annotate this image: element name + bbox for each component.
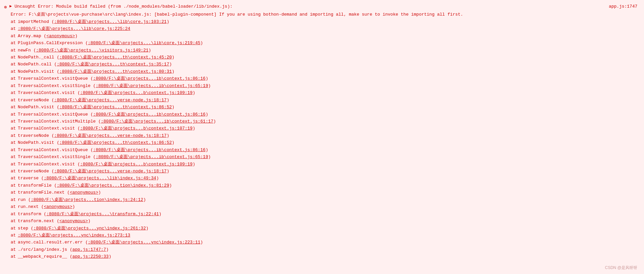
at-prefix: at (11, 47, 16, 54)
stack-suffix: ) (143, 196, 146, 203)
at-prefix: at (11, 175, 16, 182)
stack-link[interactable]: :8080/F:\桌面\projects...\visitors.js:149:… (36, 47, 148, 54)
stack-line-17: at NodePath.visit (:8080/F:\桌面\projects.… (4, 139, 640, 146)
stack-line-31: at async.call.result.err.err (:8080/F:\桌… (4, 239, 640, 246)
stack-link[interactable]: :8080/F:\桌面\projects...b\context.js:107:… (80, 125, 193, 132)
stack-link[interactable]: :8080/F:\桌面\projects...tion\index.js:24:… (31, 196, 143, 203)
stack-text: NodePath.visit ( (18, 68, 60, 75)
stack-link[interactable]: :8080/F:\桌面\projects...\transform.js:22:… (46, 211, 159, 218)
error-title-line: ⊗ ▶ Uncaught Error: Module build failed … (4, 3, 640, 11)
stack-text: TraversalContext.visitQueue ( (18, 146, 93, 153)
stack-line-22: at traverse (:8080/F:\桌面\projects...\lib… (4, 175, 640, 182)
stack-link[interactable]: :8080/F:\桌面\projects...ib\context.js:86:… (93, 75, 206, 82)
stack-suffix: ) (159, 211, 162, 218)
stack-link[interactable]: :8080/F:\桌面\projects...tion\index.js:81:… (57, 182, 169, 189)
triangle-icon: ▶ (9, 3, 12, 10)
at-prefix: at (11, 104, 16, 111)
at-prefix: at (11, 161, 16, 168)
stack-line-16: at traverseNode (:8080/F:\桌面\projects...… (4, 132, 640, 139)
stack-text: newFn ( (18, 47, 36, 54)
stack-line-7: at NodePath.visit (:8080/F:\桌面\projects.… (4, 68, 640, 75)
at-prefix: at (11, 118, 16, 125)
at-prefix: at (11, 40, 16, 46)
stack-text: transform.next ( (18, 218, 60, 225)
at-prefix: at (11, 196, 16, 203)
stack-link[interactable]: :8080/F:\桌面\projects...\lib\index.js:49:… (44, 175, 156, 182)
stack-text: importMethod ( (18, 18, 54, 25)
at-prefix: at (11, 132, 16, 139)
stack-text: NodePath.visit ( (18, 139, 60, 146)
stack-suffix: ) (75, 33, 78, 40)
stack-link[interactable]: :8080/F:\桌面\projects...ib\context.js:61:… (101, 118, 213, 125)
stack-link[interactable]: :8080/F:\桌面\projects...ib\context.js:65:… (96, 153, 208, 160)
stack-text: TraversalContext.visitQueue ( (18, 75, 93, 82)
watermark: CSDN @是风呀呀 (605, 265, 637, 271)
stack-suffix: ) (206, 75, 208, 82)
stack-link[interactable]: <anonymous> (70, 189, 98, 196)
at-prefix: at (11, 75, 16, 82)
stack-link[interactable]: :8080/F:\桌面\projects...ib\context.js:65:… (96, 82, 208, 89)
stack-link[interactable]: :8080/F:\桌面\projects...verse-node.js:18:… (54, 132, 167, 139)
stack-line-3: at PluginPass.CallExpression (:8080/F:\桌… (4, 40, 640, 46)
at-prefix: at (11, 33, 16, 40)
stack-text: transform ( (18, 211, 47, 218)
stack-line-15: at TraversalContext.visit (:8080/F:\桌面\p… (4, 125, 640, 132)
stack-link[interactable]: :8080/F:\桌面\projects...th\context.js:35:… (57, 61, 169, 68)
stack-link[interactable]: :8080/F:\桌面\projects...ync\index.js:261:… (33, 225, 146, 232)
stack-suffix: ) (213, 118, 216, 125)
stack-line-28: at transform.next (<anonymous>) (4, 218, 640, 225)
stack-link[interactable]: app.js:2250:33 (72, 253, 108, 260)
stack-suffix: ) (109, 253, 111, 260)
stack-link[interactable]: :8080/F:\桌面\projects...th\context.js:86:… (59, 104, 172, 111)
at-prefix: at (11, 68, 16, 75)
stack-link[interactable]: <anonymous> (44, 203, 73, 210)
stack-link[interactable]: :8080/F:\桌面\projects...ync\index.js:223:… (88, 239, 200, 246)
stack-link[interactable]: :8080/F:\桌面\projects...b\context.js:109:… (80, 89, 193, 96)
stack-text: NodePath.visit ( (18, 104, 60, 111)
stack-link[interactable]: <anonymous> (59, 218, 88, 225)
stack-suffix: ) (167, 168, 169, 175)
stack-line-0: at importMethod (:8080/F:\桌面\projects...… (4, 18, 640, 25)
stack-link[interactable]: :8080/F:\桌面\projects...verse-node.js:18:… (54, 97, 167, 104)
stack-suffix: ) (206, 146, 208, 153)
at-prefix: at (11, 246, 16, 253)
stack-suffix: ) (206, 111, 208, 118)
stack-suffix: ) (172, 68, 175, 75)
stack-text: TraversalContext.visitSingle ( (18, 153, 96, 160)
at-prefix: at (11, 153, 16, 160)
stack-link[interactable]: :8080/F:\桌面\projects...th\context.js:45:… (59, 54, 172, 61)
at-prefix: at (11, 139, 16, 146)
at-prefix: at (11, 54, 16, 61)
stack-line-27: at transform (:8080/F:\桌面\projects...\tr… (4, 211, 640, 218)
stack-line-4: at newFn (:8080/F:\桌面\projects...\visito… (4, 47, 640, 54)
stack-link[interactable]: :8080/F:\桌面\projects...verse-node.js:18:… (54, 168, 167, 175)
stack-text: TraversalContext.visit ( (18, 89, 80, 96)
stack-link[interactable]: :8080/F:\桌面\projects...b\context.js:109:… (80, 161, 193, 168)
stack-link[interactable]: :8080/F:\桌面\projects...\lib\core.js:219:… (88, 40, 200, 46)
at-prefix: at (11, 211, 16, 218)
stack-link[interactable]: app.js:1747:7 (72, 246, 106, 253)
at-prefix: at (11, 232, 16, 239)
stack-text: TraversalContext.visitSingle ( (18, 82, 96, 89)
stack-trace: at importMethod (:8080/F:\桌面\projects...… (4, 18, 640, 260)
stack-line-30: at :8080/F:\桌面\projects...ync\index.js:2… (4, 232, 640, 239)
stack-line-32: at ./src/lang/index.js (app.js:1747:7) (4, 246, 640, 253)
stack-text: step ( (18, 225, 34, 232)
stack-line-5: at NodePath._call (:8080/F:\桌面\projects.… (4, 54, 640, 61)
stack-text: traverseNode ( (18, 97, 54, 104)
stack-link[interactable]: :8080/F:\桌面\projects...th\context.js:86:… (59, 139, 172, 146)
stack-link[interactable]: :8080/F:\桌面\projects...\lib\core.js:103:… (54, 18, 167, 25)
stack-link[interactable]: :8080/F:\桌面\projects...\lib\core.js:225:… (18, 25, 130, 32)
stack-link[interactable]: :8080/F:\桌面\projects...ync\index.js:273:… (18, 232, 130, 239)
at-prefix: at (11, 89, 16, 96)
stack-link[interactable]: :8080/F:\桌面\projects...ib\context.js:86:… (93, 146, 206, 153)
stack-link[interactable]: :8080/F:\桌面\projects...th\context.js:80:… (59, 68, 172, 75)
stack-line-29: at step (:8080/F:\桌面\projects...ync\inde… (4, 225, 640, 232)
stack-suffix: ) (208, 82, 211, 89)
error-main-title: Uncaught Error: Module build failed (fro… (15, 3, 233, 10)
stack-link[interactable]: <anonymous> (46, 33, 75, 40)
at-prefix: at (11, 18, 16, 25)
stack-link[interactable]: :8080/F:\桌面\projects...ib\context.js:86:… (93, 111, 206, 118)
at-prefix: at (11, 111, 16, 118)
stack-text: TraversalContext.visit ( (18, 161, 80, 168)
